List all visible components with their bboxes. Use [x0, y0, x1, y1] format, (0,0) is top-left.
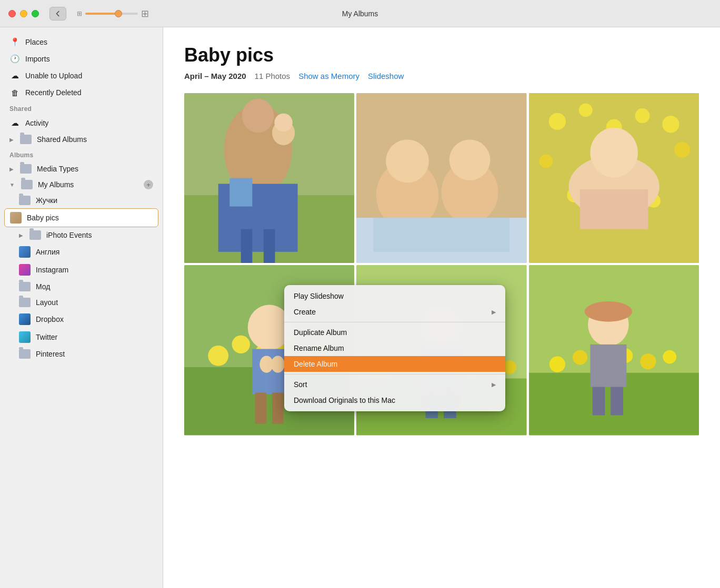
slideshow-link[interactable]: Slideshow — [368, 72, 404, 80]
close-button[interactable] — [8, 10, 16, 17]
ctx-delete-album[interactable]: Delete Album — [284, 356, 505, 372]
sidebar-item-unable-to-upload[interactable]: ☁ Unable to Upload — [0, 67, 163, 84]
sidebar-item-label: Activity — [25, 119, 48, 127]
sidebar-item-baby-pics[interactable]: Baby pics — [4, 208, 158, 227]
svg-point-44 — [271, 356, 285, 373]
ctx-create[interactable]: Create ▶ — [284, 304, 505, 320]
svg-point-25 — [674, 142, 690, 158]
sidebar-item-media-types[interactable]: ▶ Media Types — [0, 161, 163, 177]
sidebar-item-label: Мод — [36, 282, 50, 291]
size-small-icon: ⊞ — [77, 10, 82, 17]
slider-thumb[interactable] — [115, 10, 122, 17]
svg-point-24 — [539, 154, 553, 168]
ctx-sort[interactable]: Sort ▶ — [284, 377, 505, 392]
svg-rect-42 — [272, 393, 284, 424]
svg-point-66 — [640, 353, 656, 369]
sidebar-item-activity[interactable]: ☁ Activity — [0, 115, 163, 131]
folder-icon — [20, 135, 32, 144]
sidebar-item-label: Instagram — [36, 266, 68, 274]
content-area: Baby pics April – May 2020 11 Photos Sho… — [163, 27, 720, 588]
sidebar-item-angliya[interactable]: Англия — [0, 243, 163, 261]
sidebar-item-places[interactable]: 📍 Places — [0, 34, 163, 50]
svg-point-13 — [386, 139, 429, 183]
imports-icon: 🕐 — [9, 54, 20, 64]
sidebar-item-label: Places — [25, 38, 47, 46]
svg-point-22 — [635, 108, 649, 123]
instagram-thumbnail — [19, 264, 31, 276]
svg-rect-30 — [580, 189, 648, 229]
sidebar-item-imports[interactable]: 🕐 Imports — [0, 50, 163, 67]
ctx-item-label: Download Originals to this Mac — [294, 396, 395, 404]
sidebar-item-shared-albums[interactable]: ▶ Shared Albums — [0, 131, 163, 147]
svg-point-69 — [584, 301, 632, 322]
svg-rect-16 — [374, 218, 510, 252]
photo-cell[interactable] — [356, 93, 526, 263]
svg-rect-9 — [229, 178, 252, 207]
sidebar-item-my-albums[interactable]: ▼ My Albums + — [0, 177, 163, 192]
dropbox-thumbnail — [19, 313, 31, 325]
ctx-download-originals[interactable]: Download Originals to this Mac — [284, 392, 505, 408]
sidebar-item-dropbox[interactable]: Dropbox — [0, 310, 163, 328]
ctx-rename-album[interactable]: Rename Album — [284, 340, 505, 356]
sidebar: 📍 Places 🕐 Imports ☁ Unable to Upload 🗑 … — [0, 27, 163, 588]
window-title: My Albums — [342, 9, 378, 18]
activity-icon: ☁ — [9, 118, 20, 128]
svg-rect-71 — [592, 387, 605, 415]
album-meta: April – May 2020 11 Photos Show as Memor… — [184, 72, 699, 80]
ctx-item-label: Sort — [294, 380, 307, 389]
svg-rect-6 — [241, 229, 253, 263]
svg-point-33 — [208, 346, 228, 366]
back-button[interactable] — [49, 7, 66, 21]
svg-point-19 — [548, 113, 565, 130]
minimize-button[interactable] — [20, 10, 27, 17]
svg-point-20 — [579, 103, 593, 117]
sidebar-item-layout[interactable]: Layout — [0, 295, 163, 310]
svg-point-63 — [573, 350, 587, 365]
folder-icon — [19, 298, 31, 307]
folder-icon — [20, 164, 32, 174]
svg-rect-70 — [590, 344, 626, 387]
ctx-item-label: Delete Album — [294, 360, 337, 368]
album-count: 11 Photos — [255, 72, 291, 80]
sidebar-item-zhuchki[interactable]: Жучки — [0, 192, 163, 208]
sidebar-item-iphoto-events[interactable]: ▶ iPhoto Events — [0, 227, 163, 243]
places-icon: 📍 — [9, 37, 20, 47]
slider-track[interactable] — [85, 13, 138, 15]
cloud-icon: ☁ — [9, 70, 20, 81]
show-as-memory-link[interactable]: Show as Memory — [298, 72, 359, 80]
size-large-icon: ⊞ — [141, 8, 149, 19]
sidebar-item-twitter[interactable]: Twitter — [0, 328, 163, 346]
sidebar-item-label: Recently Deleted — [25, 88, 82, 97]
shared-section-label: Shared — [0, 101, 163, 115]
ctx-play-slideshow[interactable]: Play Slideshow — [284, 288, 505, 304]
ctx-item-label: Play Slideshow — [294, 292, 344, 300]
ctx-duplicate-album[interactable]: Duplicate Album — [284, 325, 505, 340]
sidebar-item-label: Pinterest — [36, 350, 65, 358]
sidebar-item-label: Media Types — [37, 165, 78, 173]
svg-point-8 — [274, 114, 292, 131]
sidebar-item-label: Imports — [25, 55, 50, 63]
ctx-item-label: Rename Album — [294, 344, 344, 352]
trash-icon: 🗑 — [9, 87, 20, 98]
size-slider[interactable]: ⊞ ⊞ — [77, 8, 149, 19]
context-menu: Play Slideshow Create ▶ Duplicate Album … — [284, 285, 505, 411]
album-title: Baby pics — [184, 44, 699, 66]
ctx-separator — [284, 374, 505, 374]
main-container: 📍 Places 🕐 Imports ☁ Unable to Upload 🗑 … — [0, 27, 720, 588]
sidebar-item-label: Dropbox — [36, 315, 64, 323]
sidebar-item-label: iPhoto Events — [46, 231, 92, 239]
sidebar-item-recently-deleted[interactable]: 🗑 Recently Deleted — [0, 84, 163, 101]
angliya-thumbnail — [19, 246, 31, 258]
sidebar-item-mod[interactable]: Мод — [0, 279, 163, 295]
sidebar-item-pinterest[interactable]: Pinterest — [0, 346, 163, 362]
svg-point-15 — [449, 139, 491, 180]
photo-cell[interactable] — [184, 93, 354, 263]
maximize-button[interactable] — [32, 10, 39, 17]
photo-cell[interactable] — [529, 93, 699, 263]
chevron-right-icon: ▶ — [9, 137, 14, 143]
svg-point-23 — [662, 116, 679, 133]
sidebar-item-instagram[interactable]: Instagram — [0, 261, 163, 279]
sidebar-item-label: Shared Albums — [37, 135, 87, 144]
add-album-button[interactable]: + — [144, 180, 153, 189]
photo-cell[interactable] — [529, 265, 699, 435]
